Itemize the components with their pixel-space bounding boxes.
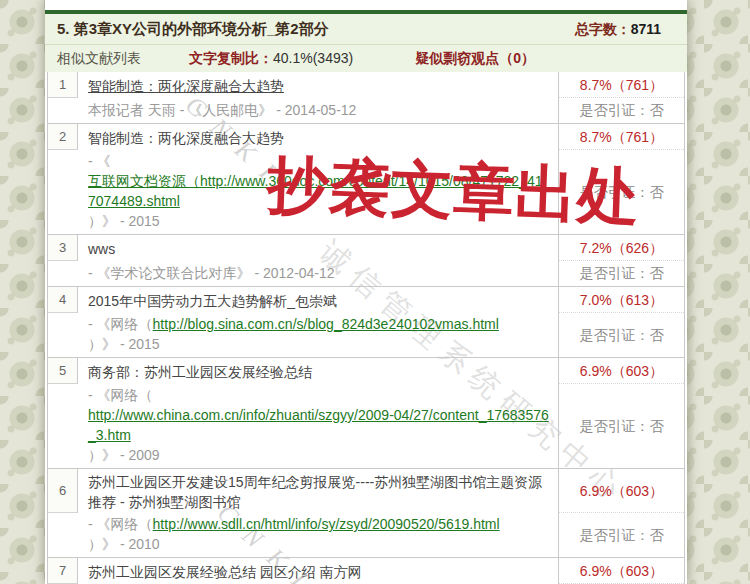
report-stats-bar: 相似文献列表 文字复制比：40.1%(3493) 疑似剽窃观点（0） (45, 44, 687, 72)
tab-similar-documents[interactable]: 相似文献列表 (57, 50, 141, 68)
similarity-percent: 7.0%（613） (558, 287, 684, 313)
similarity-percent: 7.2%（626） (558, 235, 684, 261)
table-row: 6 苏州工业园区开发建设15周年纪念剪报展览----苏州独墅湖图书馆主题资源推荐… (48, 469, 684, 558)
similarity-percent: 6.9%（603） (558, 469, 684, 513)
citation-prefix: - 《网络（ (88, 514, 153, 534)
source-title-link[interactable]: 商务部：苏州工业园区发展经验总结 (88, 362, 312, 382)
source-title-link[interactable]: 智能制造：两化深度融合大趋势 (88, 128, 284, 148)
total-words-value: 8711 (631, 21, 661, 37)
total-words-label: 总字数： (575, 21, 631, 37)
similarity-percent: 6.9%（603） (558, 558, 684, 584)
citation-prefix: - 《网络（ (88, 385, 153, 405)
source-citation: 本报记者 天雨 - 《人民邮电》 - 2014-05-12 (78, 98, 558, 123)
source-title-link[interactable]: 2015年中国劳动力五大趋势解析_包崇斌 (88, 291, 337, 311)
source-title-cell: 苏州工业园区开发建设15周年纪念剪报展览----苏州独墅湖图书馆主题资源推荐 -… (78, 469, 558, 513)
citation-suffix: ）》 - 2015 (88, 334, 160, 354)
source-url-link[interactable]: http://www.sdll.cn/html/info/sy/zsyd/200… (153, 514, 500, 534)
row-number: 1 (48, 72, 78, 98)
table-row: 1 智能制造：两化深度融合大趋势 8.7%（761） 本报记者 天雨 - 《人民… (48, 72, 684, 124)
citation-prefix: - 《学术论文联合比对库》 - 2012-04-12 (88, 263, 335, 283)
citation-flag: 是否引证：否 (558, 98, 684, 123)
document-section-title: 5. 第3章XY公司的外部环境分析_第2部分 (57, 20, 329, 39)
citation-prefix: - 《 (88, 151, 111, 171)
source-title-cell: 2015年中国劳动力五大趋势解析_包崇斌 (78, 287, 558, 313)
source-title-cell: 苏州工业园区发展经验总结 园区介绍 南方网 (78, 558, 558, 584)
citation-suffix: ）》 - 2010 (88, 534, 160, 554)
source-title-link[interactable]: wws (88, 239, 115, 259)
source-title-cell: 智能制造：两化深度融合大趋势 (78, 72, 558, 98)
source-title-link[interactable]: 智能制造：两化深度融合大趋势 (88, 76, 284, 96)
similar-sources-table: 1 智能制造：两化深度融合大趋势 8.7%（761） 本报记者 天雨 - 《人民… (47, 72, 685, 584)
row-number: 2 (48, 124, 78, 150)
source-url-link[interactable]: 互联网文档资源（http://www.360doc.com/content/14… (88, 171, 550, 211)
citation-flag: 是否引证：否 (558, 513, 684, 557)
source-title-cell: 智能制造：两化深度融合大趋势 (78, 124, 558, 150)
table-row: 7 苏州工业园区发展经验总结 园区介绍 南方网 6.9%（603） - 《网络（… (48, 558, 684, 584)
similarity-percent: 8.7%（761） (558, 72, 684, 98)
citation-flag: 是否引证：否 (558, 150, 684, 234)
section-header: 5. 第3章XY公司的外部环境分析_第2部分 总字数：8711 (45, 14, 687, 44)
source-citation: - 《网络（http://www.china.com.cn/info/zhuan… (78, 384, 558, 468)
source-url-link[interactable]: http://www.china.com.cn/info/zhuanti/szg… (88, 405, 550, 445)
report-content-area: CNKI CNKI 诚信管理系统研究中心 5. 第3章XY公司的外部环境分析_第… (45, 0, 687, 584)
source-title-cell: wws (78, 235, 558, 261)
suspected-plagiarism-points: 疑似剽窃观点（0） (415, 50, 535, 68)
citation-flag: 是否引证：否 (558, 313, 684, 357)
source-title-link[interactable]: 苏州工业园区开发建设15周年纪念剪报展览----苏州独墅湖图书馆主题资源推荐 -… (88, 472, 550, 512)
top-margin-strip (45, 0, 687, 10)
citation-flag: 是否引证：否 (558, 384, 684, 468)
source-citation: - 《网络（http://www.sdll.cn/html/info/sy/zs… (78, 513, 558, 557)
similarity-percent: 6.9%（603） (558, 358, 684, 384)
citation-suffix: ）》 - 2009 (88, 445, 160, 465)
row-number: 5 (48, 358, 78, 384)
row-number: 7 (48, 558, 78, 584)
table-row: 4 2015年中国劳动力五大趋势解析_包崇斌 7.0%（613） - 《网络（h… (48, 287, 684, 358)
row-number: 6 (48, 469, 78, 513)
row-number: 3 (48, 235, 78, 261)
source-url-link[interactable]: http://blog.sina.com.cn/s/blog_824d3e240… (153, 314, 499, 334)
source-citation: - 《网络（http://blog.sina.com.cn/s/blog_824… (78, 313, 558, 357)
citation-suffix: ）》 - 2015 (88, 211, 160, 231)
table-row: 5 商务部：苏州工业园区发展经验总结 6.9%（603） - 《网络（http:… (48, 358, 684, 469)
source-title-link[interactable]: 苏州工业园区发展经验总结 园区介绍 南方网 (88, 562, 362, 582)
copy-ratio-label: 文字复制比： (189, 50, 273, 66)
source-title-cell: 商务部：苏州工业园区发展经验总结 (78, 358, 558, 384)
citation-prefix: - 《网络（ (88, 314, 153, 334)
copy-ratio-value: 40.1%(3493) (273, 50, 353, 66)
row-number: 4 (48, 287, 78, 313)
total-word-count: 总字数：8711 (575, 21, 661, 39)
citation-prefix: 本报记者 天雨 - 《人民邮电》 - 2014-05-12 (88, 100, 356, 120)
citation-flag: 是否引证：否 (558, 261, 684, 286)
source-citation: - 《互联网文档资源（http://www.360doc.com/content… (78, 150, 558, 234)
source-citation: - 《学术论文联合比对库》 - 2012-04-12 (78, 261, 558, 286)
table-row: 3 wws 7.2%（626） - 《学术论文联合比对库》 - 2012-04-… (48, 235, 684, 287)
similarity-percent: 8.7%（761） (558, 124, 684, 150)
copy-ratio: 文字复制比：40.1%(3493) (189, 50, 353, 68)
plagiarism-report-page: { "header": { "doc_title": "5. 第3章XY公司的外… (0, 0, 750, 584)
table-row: 2 智能制造：两化深度融合大趋势 8.7%（761） - 《互联网文档资源（ht… (48, 124, 684, 235)
